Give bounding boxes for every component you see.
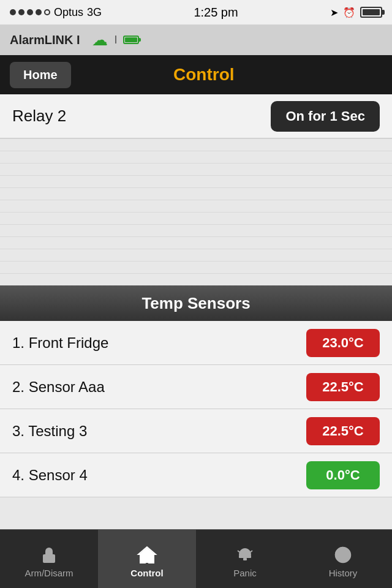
sensor-row-4: 4. Sensor 4 0.0°C: [0, 453, 392, 497]
status-time: 1:25 pm: [194, 6, 238, 20]
cloud-icon: ☁: [92, 32, 108, 48]
tab-control[interactable]: Control: [98, 530, 196, 588]
network-type: 3G: [87, 6, 102, 19]
svg-line-14: [250, 551, 252, 552]
tab-panic[interactable]: Panic: [196, 530, 294, 588]
status-left: Optus 3G: [10, 6, 102, 19]
separator2: I: [114, 34, 117, 47]
svg-rect-12: [243, 558, 247, 560]
signal-dots: [10, 9, 50, 15]
relay-row: Relay 2 On for 1 Sec: [0, 94, 392, 138]
status-bar: Optus 3G 1:25 pm ➤ ⏰: [0, 0, 392, 24]
sensor-3-temp: 22.5°C: [306, 417, 380, 445]
svg-rect-6: [145, 557, 149, 563]
tab-arm-disarm[interactable]: Arm/Disarm: [0, 530, 98, 588]
tab-history[interactable]: History: [294, 530, 392, 588]
sensor-4-temp: 0.0°C: [306, 461, 380, 489]
sensor-2-temp: 22.5°C: [306, 373, 380, 401]
svg-line-13: [238, 551, 240, 552]
tab-history-label: History: [329, 568, 358, 578]
battery-green-fill: [125, 37, 137, 42]
nav-title: Control: [71, 65, 337, 85]
history-icon: [333, 545, 353, 565]
sensor-2-name: 2. Sensor Aaa: [12, 379, 105, 396]
sensor-3-name: 3. Testing 3: [12, 423, 87, 440]
alarm-icon: [235, 545, 255, 565]
battery-green-indicator: [123, 36, 139, 44]
tab-control-label: Control: [130, 568, 163, 578]
dot1: [10, 9, 16, 15]
dot4: [36, 9, 42, 15]
empty-space: [0, 138, 392, 285]
sensor-row-3: 3. Testing 3 22.5°C: [0, 409, 392, 453]
location-icon: ➤: [330, 7, 338, 18]
dot5: [44, 9, 50, 15]
dot2: [18, 9, 24, 15]
app-header: AlarmLINK I ☁ I: [0, 24, 392, 55]
svg-point-1: [48, 557, 50, 559]
tab-panic-label: Panic: [233, 568, 257, 578]
sensor-row-2: 2. Sensor Aaa 22.5°C: [0, 365, 392, 409]
dot3: [27, 9, 33, 15]
battery-fill: [363, 9, 380, 15]
app-title: AlarmLINK I: [10, 33, 80, 47]
relay-label: Relay 2: [12, 107, 66, 126]
lock-icon: [39, 545, 59, 565]
status-right: ➤ ⏰: [330, 7, 382, 18]
on-for-button[interactable]: On for 1 Sec: [271, 101, 380, 132]
sensor-4-name: 4. Sensor 4: [12, 467, 88, 484]
tab-bar: Arm/Disarm Control Panic: [0, 529, 392, 588]
sensor-1-name: 1. Front Fridge: [12, 334, 108, 352]
home-button[interactable]: Home: [10, 62, 71, 88]
home-control-icon: [137, 545, 157, 565]
svg-rect-11: [239, 555, 251, 558]
temp-sensors-title: Temp Sensors: [141, 294, 250, 313]
sensor-row-1: 1. Front Fridge 23.0°C: [0, 321, 392, 365]
alarm-clock-icon: ⏰: [343, 7, 355, 18]
battery-indicator: [360, 7, 382, 18]
sensor-1-temp: 23.0°C: [306, 329, 380, 357]
carrier-text: Optus: [54, 6, 83, 19]
nav-bar: Home Control: [0, 55, 392, 94]
temp-sensors-header: Temp Sensors: [0, 285, 392, 321]
tab-arm-label: Arm/Disarm: [24, 568, 73, 578]
